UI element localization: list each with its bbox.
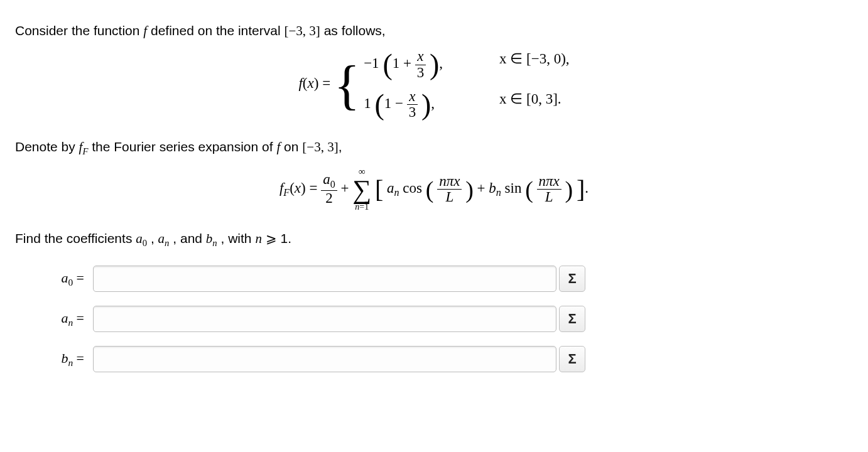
eq: = [73, 270, 84, 286]
F: F [82, 146, 88, 156]
n: n [255, 231, 262, 246]
sigma: ∑ [352, 176, 371, 203]
paragraph-2: Denote by fF the Fourier series expansio… [15, 137, 853, 158]
sigma-button[interactable]: Σ [559, 266, 585, 292]
t: 1 + [393, 55, 411, 71]
num: x [415, 49, 426, 65]
num: x [407, 89, 418, 105]
cos: cos [403, 180, 422, 196]
text: the Fourier series expansion of [92, 139, 276, 154]
dot: . [585, 180, 589, 196]
case2-cond: x ∈ [0, 3]. [499, 89, 570, 120]
eq: = [73, 350, 84, 366]
rp-eq: ) = [314, 75, 330, 91]
text: defined on the interval [151, 23, 284, 38]
x: x [308, 75, 314, 91]
eq: = [73, 310, 84, 326]
text: as follows, [324, 23, 386, 38]
and: , and [173, 231, 206, 245]
a: a [61, 310, 68, 326]
a: a [323, 171, 330, 187]
comma: , [339, 139, 342, 154]
n: n [394, 187, 399, 198]
b: b [206, 231, 213, 246]
bn-input[interactable] [93, 346, 556, 372]
rparen: ) [421, 88, 431, 120]
0: 0 [143, 238, 147, 248]
paragraph-1: Consider the function f defined on the i… [15, 21, 853, 40]
num: nπx [437, 174, 462, 190]
comma: , [151, 231, 158, 245]
b: b [489, 180, 496, 196]
lp: ( [290, 180, 295, 196]
interval: [−3, 3] [302, 139, 338, 154]
rp-eq: ) = [301, 180, 317, 196]
bn-row: bn = Σ [40, 346, 853, 372]
rparen: ) [465, 176, 474, 202]
text: on [284, 139, 302, 154]
a: a [136, 231, 143, 246]
comma: , [439, 55, 443, 71]
one: 1 [364, 95, 371, 111]
t: Find the coefficients [15, 231, 136, 245]
answers-block: a0 = Σ an = Σ bn = Σ [40, 266, 853, 372]
text: Consider the function [15, 23, 143, 38]
plus: + [477, 180, 489, 196]
n: n [68, 317, 73, 328]
den: 3 [407, 105, 418, 120]
a: a [387, 180, 394, 196]
num: nπx [537, 174, 561, 190]
sigma-button[interactable]: Σ [559, 306, 585, 332]
left-brace: { [334, 58, 360, 112]
rparen: ) [565, 176, 573, 202]
n: n [212, 238, 217, 248]
neg1: −1 [364, 55, 379, 71]
x: x [295, 180, 301, 196]
sigma-button[interactable]: Σ [559, 346, 585, 372]
with: , with [221, 231, 256, 245]
eq1: =1 [359, 202, 369, 212]
sin: sin [505, 180, 522, 196]
b: b [61, 350, 68, 366]
den: L [537, 190, 561, 205]
lparen: ( [525, 176, 533, 202]
a: a [158, 231, 165, 246]
F: F [283, 187, 290, 198]
case1-cond: x ∈ [−3, 0), [499, 49, 570, 80]
a0-row: a0 = Σ [40, 266, 853, 292]
lparen: ( [374, 88, 384, 120]
an-row: an = Σ [40, 306, 853, 332]
f: f [276, 139, 280, 154]
paragraph-3: Find the coefficients a0 , an , and bn ,… [15, 229, 853, 250]
t: 1 − [384, 95, 403, 111]
var-f: f [143, 23, 147, 38]
a0-input[interactable] [93, 266, 556, 292]
0: 0 [68, 277, 73, 288]
n: n [68, 357, 73, 368]
text: Denote by [15, 139, 79, 154]
comma: , [431, 95, 435, 111]
an-input[interactable] [93, 306, 556, 332]
n: n [496, 187, 501, 198]
rparen: ) [430, 48, 439, 80]
sum-icon: ∞ ∑ n=1 [352, 167, 371, 212]
lparen: ( [382, 48, 392, 80]
plus: + [341, 180, 353, 196]
fourier-series: fF(x) = a0 2 + ∞ ∑ n=1 [ an cos ( nπxL )… [15, 167, 853, 212]
lp: ( [303, 75, 308, 91]
interval: [−3, 3] [284, 23, 320, 38]
n: n [165, 238, 169, 248]
ge1: ⩾ 1. [266, 231, 291, 245]
rbracket: ] [577, 175, 585, 203]
piecewise-definition: f(x) = { −1 (1 + x3 ), x ∈ [−3, 0), 1 (1… [15, 49, 853, 120]
den: L [437, 190, 462, 205]
zero: 0 [330, 179, 335, 190]
lparen: ( [426, 176, 434, 202]
lbracket: [ [375, 175, 383, 203]
den: 3 [415, 65, 426, 80]
two: 2 [321, 191, 337, 206]
a: a [61, 270, 68, 286]
